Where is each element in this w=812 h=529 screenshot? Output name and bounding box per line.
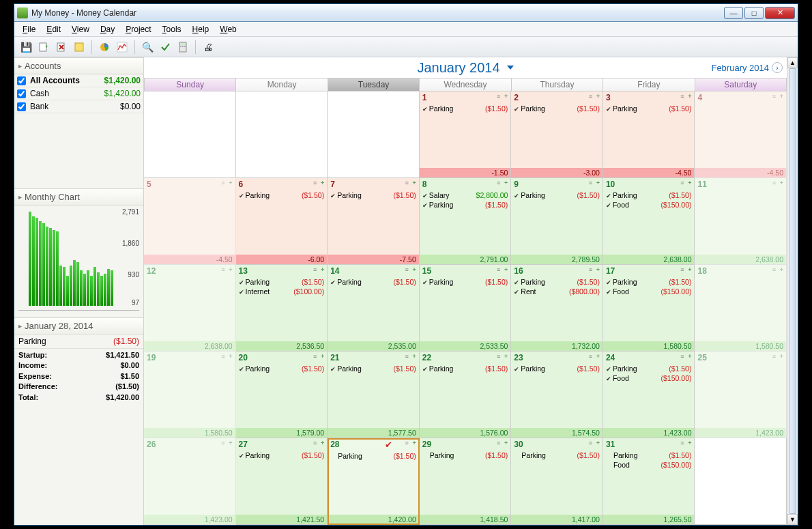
- cell-add-icon[interactable]: [504, 180, 508, 186]
- delete-page-icon[interactable]: [54, 40, 69, 55]
- transaction-item[interactable]: Food($150.00): [606, 373, 692, 383]
- transaction-item[interactable]: Parking($1.50): [422, 451, 508, 460]
- transaction-item[interactable]: Parking($1.50): [330, 451, 416, 461]
- calendar-cell[interactable]: 21Parking($1.50)1,577.50: [328, 352, 420, 438]
- cell-menu-icon[interactable]: [772, 180, 778, 186]
- cell-add-icon[interactable]: [688, 180, 691, 186]
- cell-menu-icon[interactable]: [589, 266, 594, 273]
- cell-menu-icon[interactable]: [589, 180, 594, 186]
- cell-add-icon[interactable]: [780, 93, 783, 100]
- cell-menu-icon[interactable]: [589, 353, 594, 360]
- menu-edit[interactable]: Edit: [41, 23, 66, 35]
- transaction-item[interactable]: Parking($1.50): [606, 190, 692, 200]
- cell-add-icon[interactable]: [229, 266, 232, 273]
- monthly-chart-header[interactable]: ▸Monthly Chart: [14, 188, 143, 205]
- transaction-item[interactable]: Parking($1.50): [606, 451, 692, 460]
- calendar-cell[interactable]: 10Parking($1.50)Food($150.00)2,638.00: [603, 178, 695, 265]
- calendar-cell[interactable]: 1Parking($1.50)-1.50: [420, 91, 512, 178]
- calendar-cell[interactable]: 22Parking($1.50)1,576.00: [420, 352, 512, 438]
- scroll-down-icon[interactable]: ▼: [787, 514, 798, 525]
- cell-add-icon[interactable]: [596, 180, 600, 186]
- calendar-cell[interactable]: 9Parking($1.50)2,789.50: [511, 178, 603, 265]
- calendar-cell[interactable]: 29Parking($1.50)1,418.50: [420, 438, 512, 525]
- cell-add-icon[interactable]: [504, 266, 508, 273]
- cell-menu-icon[interactable]: [497, 266, 502, 273]
- calendar-cell[interactable]: 261,423.00: [144, 438, 236, 525]
- cell-menu-icon[interactable]: [497, 440, 502, 446]
- cell-menu-icon[interactable]: [772, 266, 778, 273]
- cell-add-icon[interactable]: [504, 353, 508, 360]
- calendar-cell[interactable]: 6Parking($1.50)-6.00: [236, 178, 328, 265]
- menu-project[interactable]: Project: [120, 23, 156, 35]
- calendar-cell[interactable]: 17Parking($1.50)Food($150.00)1,580.50: [603, 265, 695, 352]
- minimize-button[interactable]: —: [724, 7, 743, 19]
- dropdown-icon[interactable]: [507, 66, 514, 70]
- transaction-item[interactable]: Parking($1.50): [514, 277, 600, 287]
- cell-menu-icon[interactable]: [221, 180, 227, 186]
- cell-menu-icon[interactable]: [497, 93, 502, 100]
- cell-menu-icon[interactable]: [589, 440, 594, 446]
- calendar-cell[interactable]: 13Parking($1.50)Internet($100.00)2,536.5…: [236, 265, 328, 352]
- menu-tools[interactable]: Tools: [157, 23, 187, 35]
- cell-menu-icon[interactable]: [772, 353, 778, 360]
- cell-add-icon[interactable]: [321, 180, 324, 186]
- cell-menu-icon[interactable]: [221, 266, 227, 273]
- cell-add-icon[interactable]: [780, 180, 783, 186]
- cell-menu-icon[interactable]: [497, 180, 502, 186]
- calendar-cell[interactable]: 191,580.50: [144, 352, 236, 438]
- transaction-item[interactable]: Parking($1.50): [330, 364, 416, 373]
- calendar-cell[interactable]: 23Parking($1.50)1,574.50: [511, 352, 603, 438]
- calendar-cell[interactable]: 16Parking($1.50)Rent($800.00)1,732.00: [511, 265, 603, 352]
- calendar-cell[interactable]: 2Parking($1.50)-3.00: [511, 91, 603, 178]
- cell-add-icon[interactable]: [504, 93, 508, 100]
- account-checkbox[interactable]: [17, 89, 26, 98]
- transaction-item[interactable]: Parking($1.50): [606, 277, 692, 287]
- cell-menu-icon[interactable]: [405, 440, 410, 446]
- titlebar[interactable]: My Money - Money Calendar — □ ✕: [14, 4, 798, 22]
- account-checkbox[interactable]: [17, 102, 26, 111]
- transaction-item[interactable]: Parking($1.50): [606, 364, 692, 373]
- cell-add-icon[interactable]: [504, 440, 508, 446]
- chevron-right-icon[interactable]: ›: [772, 62, 783, 73]
- calendar-cell[interactable]: 14Parking($1.50)2,535.00: [328, 265, 420, 352]
- transaction-item[interactable]: Parking($1.50): [239, 277, 325, 287]
- account-row[interactable]: Cash$1,420.00: [14, 87, 143, 100]
- cell-menu-icon[interactable]: [772, 93, 778, 100]
- cell-add-icon[interactable]: [596, 93, 600, 100]
- save-icon[interactable]: 💾: [18, 40, 33, 55]
- transaction-item[interactable]: Rent($800.00): [514, 287, 600, 296]
- cell-add-icon[interactable]: [412, 180, 416, 186]
- transaction-item[interactable]: Salary$2,800.00: [422, 190, 508, 200]
- menu-help[interactable]: Help: [187, 23, 215, 35]
- calendar-cell[interactable]: 8Salary$2,800.00Parking($1.50)2,791.00: [420, 178, 512, 265]
- cell-menu-icon[interactable]: [313, 353, 319, 360]
- transaction-item[interactable]: Parking($1.50): [422, 364, 508, 373]
- cell-add-icon[interactable]: [229, 353, 232, 360]
- calendar-cell[interactable]: 15Parking($1.50)2,533.50: [420, 265, 512, 352]
- maximize-button[interactable]: □: [744, 7, 764, 19]
- account-checkbox[interactable]: [17, 76, 26, 85]
- calendar-cell[interactable]: 7Parking($1.50)-7.50: [328, 178, 420, 265]
- cell-add-icon[interactable]: [596, 440, 600, 446]
- cell-add-icon[interactable]: [780, 353, 783, 360]
- account-row[interactable]: Bank$0.00: [14, 100, 143, 113]
- day-transaction[interactable]: Parking($1.50): [14, 334, 143, 349]
- calendar-cell[interactable]: 28✔Parking($1.50)1,420.00: [328, 438, 420, 525]
- transaction-item[interactable]: Parking($1.50): [330, 277, 416, 287]
- calendar-cell[interactable]: 4-4.50: [695, 91, 787, 178]
- transaction-item[interactable]: Parking($1.50): [514, 190, 600, 200]
- menu-file[interactable]: File: [17, 23, 41, 35]
- calendar-cell[interactable]: 27Parking($1.50)1,421.50: [236, 438, 328, 525]
- next-month-link[interactable]: February 2014›: [711, 62, 783, 73]
- calendar-cell[interactable]: 5-4.50: [144, 178, 236, 265]
- cell-menu-icon[interactable]: [497, 353, 502, 360]
- transaction-item[interactable]: Parking($1.50): [514, 104, 600, 113]
- calendar-cell[interactable]: 112,638.00: [695, 178, 787, 265]
- cell-add-icon[interactable]: [688, 266, 691, 273]
- transaction-item[interactable]: Parking($1.50): [422, 277, 508, 287]
- cell-add-icon[interactable]: [229, 180, 232, 186]
- print-icon[interactable]: 🖨: [201, 40, 216, 55]
- cell-add-icon[interactable]: [780, 266, 783, 273]
- cell-menu-icon[interactable]: [680, 440, 686, 446]
- calculator-icon[interactable]: [175, 40, 190, 55]
